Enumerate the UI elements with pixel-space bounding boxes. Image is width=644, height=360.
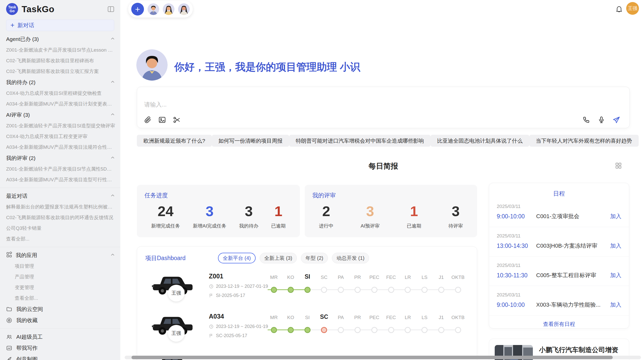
project-row[interactable]: 王强Z0012023-12-19 ~ 2027-01-19SI-2025-05-… — [137, 271, 477, 311]
sidebar-section-header[interactable]: 我的待办 (2) — [0, 77, 120, 88]
sidebar-item[interactable]: 产品管理 — [0, 272, 120, 282]
project-dates: 2023-12-19 ~ 2027-01-19 — [209, 284, 268, 289]
image-icon[interactable] — [158, 116, 166, 124]
logo-text-2: Go — [10, 9, 14, 13]
schedule-event: 2025/03/1113:00-14:30C003|H0B-方案冻结评审加入 — [489, 227, 629, 257]
event-join-link[interactable]: 加入 — [610, 213, 621, 220]
stat-label: 已逾期 — [407, 223, 421, 229]
sidebar-item[interactable]: C02-飞腾新能源轻客改款项目立项汇报方案 — [0, 66, 120, 77]
suggestion-chip[interactable]: 特朗普可能对进口汽车增税会对中国车企造成哪些影响 — [289, 135, 431, 147]
sidebar-section-title: 最近对话 — [6, 192, 110, 200]
sidebar-item[interactable]: 查看全部... — [0, 234, 120, 244]
sidebar-item[interactable]: 公司Q3轻卡销量 — [0, 223, 120, 234]
project-owner-badge: 王强 — [168, 285, 185, 302]
project-flag-text: SI-2025-05-17 — [216, 293, 245, 298]
dashboard-tab[interactable]: 动总开发 (1) — [332, 253, 369, 263]
sidebar-item[interactable]: Z001-全新燃油轻卡产品开发项目SI节点属性5D文件评审 — [0, 164, 120, 174]
dashboard-header: 项目Dashboard 全新平台 (4)全新上装 (3)年型 (2)动总开发 (… — [137, 247, 477, 263]
sidebar-item[interactable]: A034-全新新能源MUV产品开发项目造型可行性评审 — [0, 174, 120, 185]
dashboard-tab[interactable]: 全新平台 (4) — [218, 253, 256, 263]
stat-label: 待评审 — [448, 223, 463, 229]
suggestion-chip[interactable]: 比亚迪全固态电池计划具体说了什么 — [431, 135, 529, 147]
divider — [0, 328, 120, 329]
sidebar-item[interactable]: C0X4-动力总成开发项目工程变更评审 — [0, 131, 120, 142]
sidebar-item[interactable]: 解释最新出台的欧盟报废车法规再生塑料比例被调至15%... — [0, 202, 120, 212]
attach-icon[interactable] — [144, 116, 152, 124]
layout-grid-icon[interactable] — [615, 162, 622, 169]
sidebar-item[interactable]: C0X4-动力总成开发项目SI里程碑提交物检查 — [0, 88, 120, 99]
scissors-icon[interactable] — [173, 116, 181, 124]
schedule-event: 2025/03/119:00-10:00X003-车辆动力学性能验...加入 — [489, 286, 629, 316]
sidebar-section-header[interactable]: AI评审 (3) — [0, 109, 120, 121]
voice-call-icon[interactable] — [582, 116, 590, 124]
event-main: 10:30-11:30C005-整车工程目标评审加入 — [497, 272, 621, 279]
suggestion-chip[interactable]: 当下年轻人对汽车外观有怎样的喜好趋势 — [529, 135, 639, 147]
milestone-dot — [371, 327, 377, 333]
microphone-icon[interactable] — [597, 116, 605, 124]
new-chat-label: 新对话 — [18, 22, 34, 29]
sidebar-section-header[interactable]: 我的评审 (2) — [0, 153, 120, 164]
milestone-label: PR — [349, 315, 366, 320]
milestone-label: OKTB — [450, 315, 466, 320]
sidebar-item[interactable]: C02-飞腾新能源轻客改款项目里程碑画布 — [0, 55, 120, 66]
add-agent-button[interactable]: + — [131, 3, 144, 16]
event-join-link[interactable]: 加入 — [610, 272, 621, 279]
agent-avatar-3[interactable] — [178, 3, 190, 15]
sidebar-item[interactable]: 项目管理 — [0, 261, 120, 272]
milestone-dot — [355, 327, 361, 333]
sidebar-link-favorites[interactable]: 我的收藏 — [0, 315, 120, 326]
sidebar-tool-item[interactable]: 创意制图 — [0, 354, 120, 360]
horizontal-scrollbar-thumb[interactable] — [131, 356, 613, 359]
user-avatar[interactable]: 王强 — [626, 2, 639, 15]
sidebar-item[interactable]: 变更管理 — [0, 282, 120, 293]
milestone-labels: MRKOSISCPAPRPECFECLRLSJ1OKTB — [266, 311, 466, 320]
milestone-dot — [338, 287, 344, 293]
new-chat-button[interactable]: + 新对话 — [6, 20, 114, 31]
stats-row: 24新增完成任务3新增AI完成任务3我的待办1已逾期 — [144, 203, 292, 229]
view-all-schedule-link[interactable]: 查看所有日程 — [489, 321, 629, 328]
task-progress-card: 任务进度 24新增完成任务3新增AI完成任务3我的待办1已逾期 — [137, 185, 300, 237]
suggestion-chip[interactable]: 如何写一份清晰的项目周报 — [212, 135, 289, 147]
clock-icon — [209, 284, 214, 289]
chat-input[interactable] — [144, 100, 618, 114]
event-main: 13:00-14:30C003|H0B-方案冻结评审加入 — [497, 242, 621, 250]
suggestion-chip[interactable]: 欧洲新规最近颁布了什么? — [137, 135, 212, 147]
sidebar-section-header[interactable]: Agent已办 (3) — [0, 34, 120, 45]
event-join-link[interactable]: 加入 — [610, 242, 621, 250]
write-helper-icon — [6, 345, 12, 351]
milestone-track: MRKOSISCPAPRPECFECLRLSJ1OKTB — [266, 271, 466, 304]
sidebar-tool-item[interactable]: AI超级员工 — [0, 331, 120, 342]
suggestion-chips: 欧洲新规最近颁布了什么?如何写一份清晰的项目周报特朗普可能对进口汽车增税会对中国… — [137, 135, 630, 147]
stat-value: 3 — [239, 203, 258, 219]
milestone-labels: MRKOSISCPAPRPECFECLRLSJ1OKTB — [266, 271, 466, 280]
sidebar-item[interactable]: A034-全新新能源MUV产品开发项目法规符合性评审 — [0, 142, 120, 153]
send-icon[interactable] — [612, 116, 620, 124]
app-logo: Task Go — [6, 3, 18, 15]
sidebar-tool-item[interactable]: 帮我写作 — [0, 342, 120, 354]
sidebar-item[interactable]: A034-全新新能源MUV产品开发项目计划变更表编写 — [0, 99, 120, 109]
sidebar-item[interactable]: Z001-全新燃油轻卡产品开发项目SI造型提交物评审 — [0, 121, 120, 131]
logo-row: Task Go TaskGo — [0, 0, 120, 15]
sidebar-item[interactable]: C02-飞腾新能源轻客改款项目的闭环通告反馈情况 — [0, 212, 120, 223]
sidebar-item[interactable]: 查看全部... — [0, 293, 120, 304]
notification-bell-icon[interactable] — [615, 5, 623, 13]
sidebar-section-header[interactable]: 我的应用 — [0, 250, 120, 261]
chevron-up-icon — [110, 36, 115, 42]
project-dates-text: 2023-12-19 ~ 2026-01-19 — [216, 324, 268, 329]
project-row[interactable]: 王强A0342023-12-19 ~ 2026-01-19SC-2025-05-… — [137, 311, 477, 351]
milestone-label: J1 — [433, 315, 450, 320]
sidebar-section-header[interactable]: 最近对话 — [0, 190, 120, 202]
dashboard-tab[interactable]: 年型 (2) — [301, 253, 328, 263]
sidebar-tool-label: 创意制图 — [16, 356, 38, 360]
sidebar-item[interactable]: Z001-全新燃油皮卡产品开发项目SI节点Lesson Learn报告 — [0, 45, 120, 55]
collapse-sidebar-icon[interactable] — [107, 5, 115, 13]
event-join-link[interactable]: 加入 — [610, 301, 621, 309]
milestone-dots — [266, 287, 466, 293]
agent-avatar-2[interactable] — [163, 3, 174, 15]
milestone-label: PEC — [366, 275, 383, 280]
dashboard-tab[interactable]: 全新上装 (3) — [260, 253, 297, 263]
event-main: 9:00-10:00C001-立项审批会加入 — [497, 213, 621, 220]
card-title: 我的评审 — [312, 191, 470, 199]
sidebar-link-cloud-space[interactable]: 我的云空间 — [0, 304, 120, 315]
agent-avatar-1[interactable] — [148, 3, 159, 15]
